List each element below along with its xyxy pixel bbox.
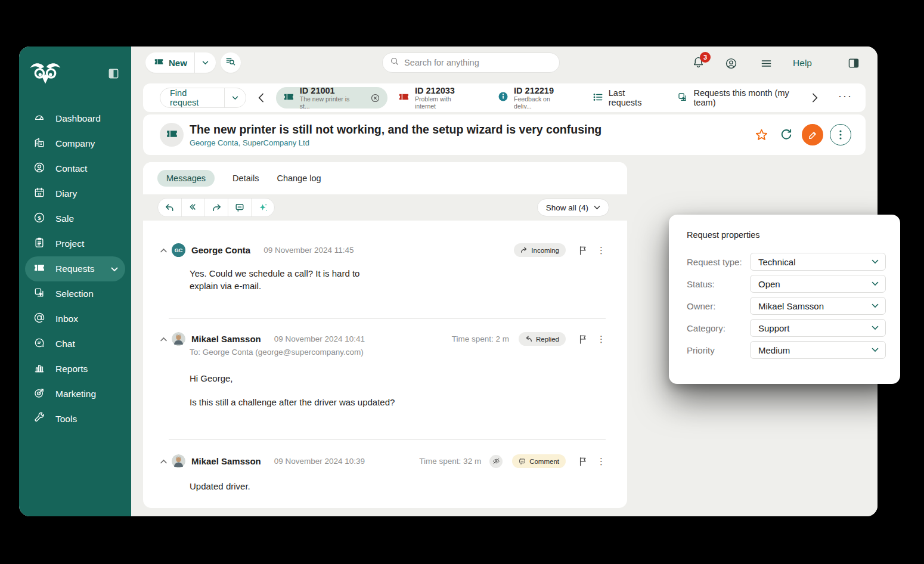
owner-select[interactable]: Mikael Samsson xyxy=(750,297,886,315)
request-list-search-button[interactable] xyxy=(221,52,241,73)
flag-button[interactable] xyxy=(579,334,587,344)
sidebar-item-contact[interactable]: Contact xyxy=(19,156,131,181)
sidebar-item-label: Diary xyxy=(55,188,77,199)
sidebar-item-label: Company xyxy=(55,138,95,149)
kebab-icon xyxy=(839,130,842,140)
direction-badge: Replied xyxy=(519,332,566,346)
message-menu-button[interactable]: ⋮ xyxy=(597,246,606,255)
chevron-right-icon xyxy=(812,93,818,103)
target-icon xyxy=(33,387,45,401)
menu-button[interactable] xyxy=(758,55,775,72)
tab-request-id: ID 21001 xyxy=(300,86,360,96)
avatar xyxy=(172,332,185,346)
sidebar-item-inbox[interactable]: Inbox xyxy=(19,306,131,331)
collapse-message-button[interactable] xyxy=(160,459,168,464)
tab-request-subtitle: Feedback on deliv... xyxy=(514,95,569,110)
chevron-down-icon xyxy=(872,303,879,308)
property-row-owner: Owner: Mikael Samsson xyxy=(683,297,886,315)
flag-button[interactable] xyxy=(579,246,587,255)
sidebar-item-dashboard[interactable]: Dashboard xyxy=(19,106,131,131)
ticket-icon xyxy=(33,262,45,276)
tab-request-212219[interactable]: ID 212219 Feedback on deliv... xyxy=(492,87,575,109)
priority-select[interactable]: Medium xyxy=(750,341,886,359)
close-tab-icon[interactable] xyxy=(370,93,380,103)
tab-request-212033[interactable]: ID 212033 Problem with internet xyxy=(392,87,479,109)
sidebar-item-marketing[interactable]: Marketing xyxy=(19,382,131,407)
message-list: GC George Conta 09 November 2024 11:45 I… xyxy=(143,221,627,508)
request-contact-link[interactable]: George Conta, SuperCompany Ltd xyxy=(190,138,601,147)
account-button[interactable] xyxy=(723,55,740,72)
sidebar-item-label: Tools xyxy=(55,414,77,424)
forward-button[interactable] xyxy=(204,199,228,216)
avatar xyxy=(172,454,185,468)
category-select[interactable]: Support xyxy=(750,319,886,337)
sidebar-item-selection[interactable]: Selection xyxy=(19,281,131,306)
status-select[interactable]: Open xyxy=(750,275,886,293)
sidebar-item-label: Marketing xyxy=(55,389,96,399)
side-panel-toggle-button[interactable] xyxy=(845,55,862,72)
refresh-button[interactable] xyxy=(777,126,795,144)
tabs-scroll-right-button[interactable] xyxy=(812,93,818,103)
comment-button[interactable] xyxy=(228,199,251,216)
find-request-dropdown[interactable] xyxy=(224,88,246,108)
panel-title: Request properties xyxy=(687,230,886,240)
wrench-icon xyxy=(33,412,45,426)
search-input[interactable] xyxy=(404,58,552,67)
message-text: Updated driver. xyxy=(190,480,606,492)
reply-all-button[interactable] xyxy=(181,199,204,216)
calendar-icon: 12 xyxy=(33,187,45,201)
sidebar-item-requests[interactable]: Requests xyxy=(25,256,125,281)
message-menu-button[interactable]: ⋮ xyxy=(597,457,606,466)
tabs-scroll-left-button[interactable] xyxy=(258,93,264,103)
dashboard-icon xyxy=(33,111,45,126)
request-detail-card: Messages Details Change log Show all (4) xyxy=(143,162,627,508)
sidebar-collapse-icon[interactable] xyxy=(108,68,119,82)
ai-assist-button[interactable] xyxy=(251,199,274,216)
collapse-message-button[interactable] xyxy=(160,248,168,253)
sidebar-item-label: Contact xyxy=(55,163,87,174)
new-button-dropdown[interactable] xyxy=(194,52,216,73)
star-icon xyxy=(755,128,768,142)
flag-button[interactable] xyxy=(579,457,587,466)
sidebar-item-diary[interactable]: 12 Diary xyxy=(19,181,131,206)
sidebar-item-project[interactable]: Project xyxy=(19,231,131,256)
sidebar-item-reports[interactable]: Reports xyxy=(19,357,131,382)
sidebar-item-company[interactable]: Company xyxy=(19,131,131,156)
more-actions-button[interactable] xyxy=(830,124,851,145)
chevron-left-icon xyxy=(258,93,264,103)
tab-request-subtitle: The new printer is st... xyxy=(300,95,360,110)
reply-button[interactable] xyxy=(158,199,181,216)
sidebar-item-sale[interactable]: $ Sale xyxy=(19,206,131,231)
reply-icon xyxy=(165,203,175,213)
sidebar-item-tools[interactable]: Tools xyxy=(19,407,131,432)
show-all-button[interactable]: Show all (4) xyxy=(537,199,609,216)
help-link[interactable]: Help xyxy=(793,58,812,69)
new-button[interactable]: New xyxy=(145,52,216,73)
tab-last-requests[interactable]: Last requests xyxy=(593,88,660,107)
message-recipient: To: George Conta (george@supercompany.co… xyxy=(190,348,606,357)
tabs-more-button[interactable]: ··· xyxy=(838,90,852,103)
tab-change-log[interactable]: Change log xyxy=(277,173,321,183)
at-sign-icon xyxy=(33,312,45,326)
message-date: 09 November 2024 11:45 xyxy=(263,246,354,255)
collapse-message-button[interactable] xyxy=(160,337,168,342)
message-menu-button[interactable]: ⋮ xyxy=(597,334,606,343)
list-search-icon xyxy=(225,56,236,69)
dollar-icon: $ xyxy=(33,212,45,226)
tab-details[interactable]: Details xyxy=(232,173,259,183)
sidebar-item-label: Chat xyxy=(55,339,75,349)
sidebar-item-label: Sale xyxy=(55,213,74,224)
find-request-button[interactable]: Find request xyxy=(160,88,246,108)
request-type-select[interactable]: Technical xyxy=(750,253,886,271)
refresh-icon xyxy=(780,128,793,141)
edit-button[interactable] xyxy=(802,124,823,145)
tab-messages[interactable]: Messages xyxy=(157,170,215,187)
tab-request-21001[interactable]: ID 21001 The new printer is st... xyxy=(276,87,387,109)
comment-icon xyxy=(235,203,244,212)
sidebar-item-chat[interactable]: Chat xyxy=(19,331,131,357)
notifications-button[interactable]: 3 xyxy=(692,56,705,71)
sidebar-item-label: Inbox xyxy=(55,314,78,324)
tab-requests-this-month[interactable]: Requests this month (my team) xyxy=(677,88,812,107)
sidebar-item-label: Project xyxy=(55,238,84,249)
favorite-button[interactable] xyxy=(752,126,771,144)
